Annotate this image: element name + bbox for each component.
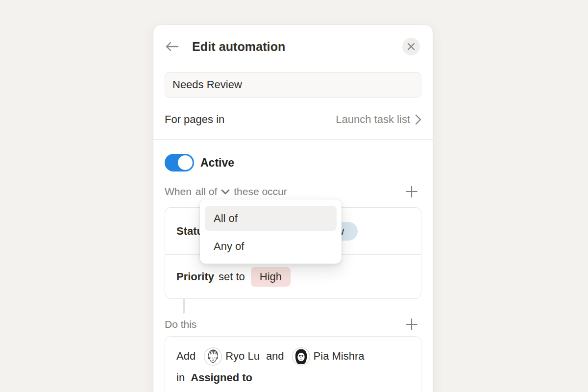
action-line-1: Add (176, 345, 410, 367)
condition-property: Priority (176, 270, 214, 283)
back-arrow-icon (165, 41, 179, 52)
automation-name-input[interactable] (165, 72, 421, 98)
avatar-pia-mishra (292, 347, 310, 366)
condition-mode-dropdown-trigger[interactable]: all of (196, 186, 230, 197)
condition-verb: set to (219, 270, 245, 283)
close-button[interactable] (402, 38, 420, 55)
scope-label: For pages in (165, 113, 224, 126)
person-name: Ryo Lu (225, 350, 260, 363)
action-verb: Add (176, 350, 196, 363)
avatar-ryo-lu (204, 347, 222, 366)
scope-row: For pages in Launch task list (165, 112, 421, 127)
dropdown-option-all-of[interactable]: All of (205, 206, 337, 231)
back-button[interactable] (165, 39, 179, 54)
active-label: Active (200, 156, 234, 170)
chevron-down-icon (221, 189, 230, 195)
scope-value: Launch task list (336, 113, 410, 126)
action-preposition: in (176, 371, 185, 384)
plus-icon (405, 318, 418, 331)
dialog-header: Edit automation (165, 38, 421, 55)
active-toggle[interactable] (165, 154, 194, 172)
priority-value-pill: High (251, 267, 291, 287)
trigger-prefix: When (165, 186, 192, 197)
action-box[interactable]: Add (165, 336, 421, 392)
condition-mode-value: all of (196, 186, 217, 197)
edit-automation-dialog: Edit automation For pages in Launch task… (153, 24, 433, 392)
action-section-label: Do this (165, 318, 196, 330)
action-line-2: in Assigned to (176, 367, 410, 389)
flow-connector-line (183, 299, 185, 314)
action-conjunction: and (266, 350, 284, 363)
dropdown-option-any-of[interactable]: Any of (205, 234, 337, 259)
active-row: Active (165, 154, 421, 172)
close-icon (407, 43, 415, 50)
trigger-suffix: these occur (234, 186, 287, 197)
page-title: Edit automation (192, 40, 285, 54)
action-section-header: Do this (165, 317, 421, 332)
chevron-right-icon (415, 114, 421, 125)
action-field: Assigned to (191, 371, 252, 384)
person-name: Pia Mishra (314, 350, 365, 363)
trigger-section-header: When all of these occur (165, 184, 421, 199)
scope-picker[interactable]: Launch task list (336, 113, 421, 126)
condition-mode-dropdown-menu: All of Any of (200, 199, 342, 264)
toggle-knob (178, 155, 193, 170)
header-divider (153, 139, 433, 140)
add-trigger-button[interactable] (405, 185, 418, 198)
add-action-button[interactable] (405, 318, 418, 331)
plus-icon (405, 185, 418, 198)
